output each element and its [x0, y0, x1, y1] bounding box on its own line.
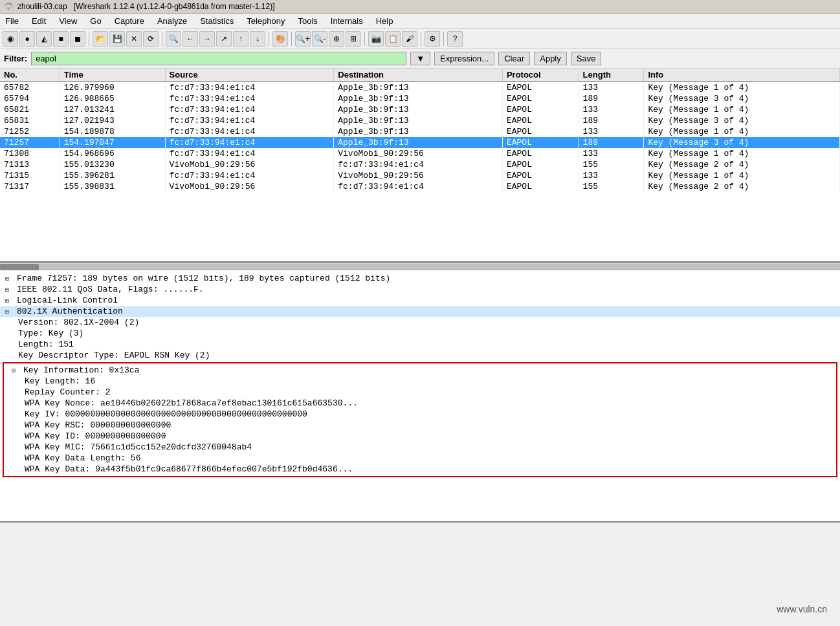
toolbar-display-filter-btn[interactable]: 📋	[385, 31, 401, 47]
packet-list-scrollbar[interactable]	[0, 263, 840, 270]
detail-frame-row[interactable]: ⊞ Frame 71257: 189 bytes on wire (1512 b…	[0, 273, 840, 284]
app-icon: 🦈	[4, 2, 14, 11]
type-text: Type: Key (3)	[18, 329, 83, 338]
table-row[interactable]: 71315155.396281fc:d7:33:94:e1:c4VivoMobi…	[0, 170, 840, 181]
keydesc-text: Key Descriptor Type: EAPOL RSN Key (2)	[18, 351, 210, 360]
toolbar-sep4	[291, 32, 292, 46]
boxed-key-section: ⊞ Key Information: 0x13ca Key Length: 16…	[3, 362, 837, 477]
version-text: Version: 802.1X-2004 (2)	[18, 318, 139, 327]
toolbar-find-btn[interactable]: 🔍	[166, 31, 181, 47]
toolbar-stop-btn[interactable]: ■	[53, 31, 69, 47]
table-row[interactable]: 65782126.979960fc:d7:33:94:e1:c4Apple_3b…	[0, 81, 840, 93]
packet-list[interactable]: No. Time Source Destination Protocol Len…	[0, 69, 840, 263]
toolbar-forward-btn[interactable]: →	[199, 31, 215, 47]
detail-keyinfo-row[interactable]: ⊞ Key Information: 0x13ca	[6, 365, 834, 376]
toolbar-goto-btn[interactable]: ↗	[216, 31, 232, 47]
frame-expand-icon: ⊞	[5, 275, 14, 283]
menu-view[interactable]: View	[56, 15, 80, 27]
menubar: File Edit View Go Capture Analyze Statis…	[0, 14, 840, 29]
toolbar-back-btn[interactable]: ←	[182, 31, 198, 47]
llc-text: Logical-Link Control	[17, 296, 118, 305]
packet-tbody: 65782126.979960fc:d7:33:94:e1:c4Apple_3b…	[0, 81, 840, 192]
filter-save-btn[interactable]: Save	[571, 52, 602, 65]
col-time: Time	[60, 69, 165, 81]
toolbar-resize-btn[interactable]: ⊞	[346, 31, 361, 47]
toolbar-options-btn[interactable]: ◭	[36, 31, 52, 47]
toolbar-colorize-btn[interactable]: 🖌	[402, 31, 417, 47]
filter-dropdown-btn[interactable]: ▼	[410, 52, 430, 65]
detail-keylen-row[interactable]: Key Length: 16	[6, 376, 834, 387]
menu-telephony[interactable]: Telephony	[244, 15, 287, 27]
wpaid-text: WPA Key ID: 0000000000000000	[25, 431, 166, 441]
detail-keyiv-row[interactable]: Key IV: 00000000000000000000000000000000…	[6, 409, 834, 420]
toolbar-restart-btn[interactable]: ◼	[70, 31, 85, 47]
detail-replay-row[interactable]: Replay Counter: 2	[6, 387, 834, 398]
detail-wparsc-row[interactable]: WPA Key RSC: 0000000000000000	[6, 420, 834, 431]
table-row[interactable]: 71317155.398831VivoMobi_90:29:56fc:d7:33…	[0, 181, 840, 192]
toolbar-start-btn[interactable]: ●	[19, 31, 35, 47]
keyinfo-text: Key Information: 0x13ca	[23, 365, 139, 375]
detail-wpanonce-row[interactable]: WPA Key Nonce: ae10446b026022b17868aca7e…	[6, 398, 834, 409]
toolbar-top-btn[interactable]: ↑	[233, 31, 249, 47]
filter-label: Filter:	[4, 54, 27, 63]
table-row[interactable]: 65821127.013241fc:d7:33:94:e1:c4Apple_3b…	[0, 104, 840, 115]
menu-analyze[interactable]: Analyze	[155, 15, 190, 27]
toolbar-sep3	[269, 32, 269, 46]
menu-edit[interactable]: Edit	[29, 15, 49, 27]
toolbar-close-btn[interactable]: ✕	[126, 31, 142, 47]
toolbar-interfaces-btn[interactable]: ◉	[3, 31, 18, 47]
keyiv-text: Key IV: 00000000000000000000000000000000…	[25, 409, 307, 419]
table-row[interactable]: 71313155.013230VivoMobi_90:29:56fc:d7:33…	[0, 159, 840, 170]
menu-file[interactable]: File	[3, 15, 21, 27]
table-row[interactable]: 71252154.189878fc:d7:33:94:e1:c4Apple_3b…	[0, 126, 840, 137]
detail-pane: ⊞ Frame 71257: 189 bytes on wire (1512 b…	[0, 270, 840, 523]
toolbar-settings-btn[interactable]: ⚙	[425, 31, 440, 47]
toolbar-zoom-in-btn[interactable]: 🔍+	[295, 31, 311, 47]
filter-expression-btn[interactable]: Expression...	[434, 52, 494, 65]
titlebar: 🦈 zhoulili-03.cap [Wireshark 1.12.4 (v1.…	[0, 0, 840, 14]
table-row[interactable]: 71308154.968696fc:d7:33:94:e1:c4VivoMobi…	[0, 148, 840, 159]
detail-llc-row[interactable]: ⊞ Logical-Link Control	[0, 295, 840, 306]
detail-wpaid-row[interactable]: WPA Key ID: 0000000000000000	[6, 431, 834, 442]
menu-internals[interactable]: Internals	[328, 15, 366, 27]
toolbar-sep2	[162, 32, 162, 46]
toolbar-zoom-normal-btn[interactable]: ⊕	[329, 31, 344, 47]
detail-wpadatalen-row[interactable]: WPA Key Data Length: 56	[6, 453, 834, 464]
auth-expand-icon: ⊟	[5, 308, 14, 316]
menu-capture[interactable]: Capture	[112, 15, 147, 27]
detail-length-row[interactable]: Length: 151	[0, 339, 840, 350]
menu-help[interactable]: Help	[373, 15, 396, 27]
detail-wpadata-row[interactable]: WPA Key Data: 9a443f5b01fc9ca68677f866b4…	[6, 464, 834, 475]
menu-statistics[interactable]: Statistics	[197, 15, 236, 27]
filter-clear-btn[interactable]: Clear	[498, 52, 530, 65]
replay-text: Replay Counter: 2	[25, 387, 111, 397]
menu-go[interactable]: Go	[87, 15, 104, 27]
toolbar-save-btn[interactable]: 💾	[109, 31, 125, 47]
wpadatalen-text: WPA Key Data Length: 56	[25, 453, 140, 463]
toolbar: ◉ ● ◭ ■ ◼ 📂 💾 ✕ ⟳ 🔍 ← → ↗ ↑ ↓ 🎨 🔍+ 🔍- ⊕ …	[0, 29, 840, 49]
menu-tools[interactable]: Tools	[295, 15, 320, 27]
filter-input[interactable]	[31, 52, 406, 65]
filter-apply-btn[interactable]: Apply	[534, 52, 567, 65]
detail-keydesc-row[interactable]: Key Descriptor Type: EAPOL RSN Key (2)	[0, 350, 840, 361]
detail-version-row[interactable]: Version: 802.1X-2004 (2)	[0, 317, 840, 328]
table-row[interactable]: 71257154.197047fc:d7:33:94:e1:c4Apple_3b…	[0, 137, 840, 148]
detail-ieee-row[interactable]: ⊞ IEEE 802.11 QoS Data, Flags: ......F.	[0, 284, 840, 295]
toolbar-coloring-btn[interactable]: 🎨	[272, 31, 288, 47]
detail-wpamic-row[interactable]: WPA Key MIC: 75661c1d5cc152e20dcfd327600…	[6, 442, 834, 453]
detail-auth-row[interactable]: ⊟ 802.1X Authentication	[0, 306, 840, 317]
toolbar-bottom-btn[interactable]: ↓	[250, 31, 265, 47]
main-container: No. Time Source Destination Protocol Len…	[0, 69, 840, 617]
detail-type-row[interactable]: Type: Key (3)	[0, 328, 840, 339]
toolbar-open-btn[interactable]: 📂	[93, 31, 108, 47]
table-row[interactable]: 65794126.988665fc:d7:33:94:e1:c4Apple_3b…	[0, 93, 840, 104]
toolbar-zoom-out-btn[interactable]: 🔍-	[312, 31, 327, 47]
wpamic-text: WPA Key MIC: 75661c1d5cc152e20dcfd327600…	[25, 442, 252, 452]
toolbar-capture-filter-btn[interactable]: 📷	[368, 31, 384, 47]
toolbar-sep5	[364, 32, 365, 46]
toolbar-reload-btn[interactable]: ⟳	[143, 31, 159, 47]
frame-text: Frame 71257: 189 bytes on wire (1512 bit…	[17, 274, 390, 283]
wpadata-text: WPA Key Data: 9a443f5b01fc9ca68677f866b4…	[25, 464, 353, 474]
table-row[interactable]: 65831127.021943fc:d7:33:94:e1:c4Apple_3b…	[0, 115, 840, 126]
toolbar-help-btn[interactable]: ?	[447, 31, 463, 47]
